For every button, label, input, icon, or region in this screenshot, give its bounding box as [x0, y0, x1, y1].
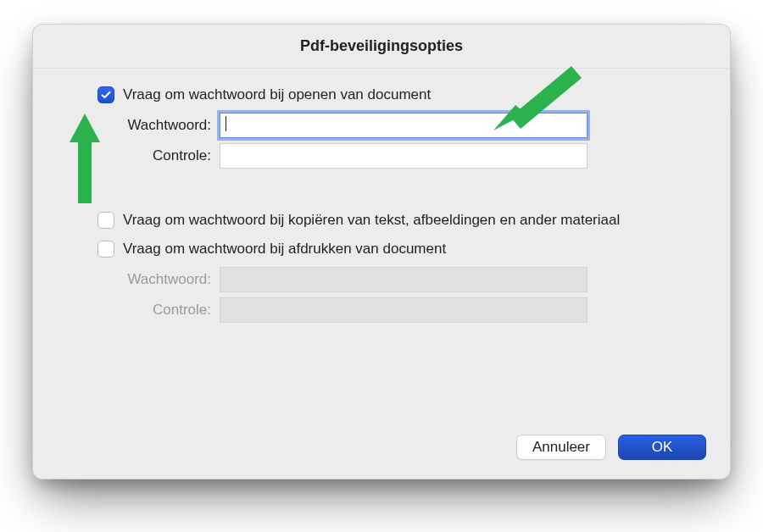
open-password-input[interactable] [220, 113, 588, 138]
perm-verify-row: Controle: [58, 297, 705, 323]
ok-button[interactable]: OK [618, 435, 706, 460]
open-password-group: Vraag om wachtwoord bij openen van docum… [58, 84, 705, 169]
require-password-copy-row: Vraag om wachtwoord bij kopiëren van tek… [58, 209, 705, 231]
dialog-content: Vraag om wachtwoord bij openen van docum… [33, 69, 730, 323]
cancel-button[interactable]: Annuleer [516, 435, 606, 460]
require-password-copy-checkbox[interactable] [97, 212, 114, 229]
pdf-security-dialog: Pdf-beveiligingsopties Vraag om wachtwoo… [32, 24, 731, 479]
text-caret-icon [226, 116, 226, 131]
dialog-button-row: Annuleer OK [516, 435, 706, 460]
open-password-row: Wachtwoord: [58, 113, 705, 138]
open-password-label: Wachtwoord: [58, 117, 220, 134]
require-password-print-row: Vraag om wachtwoord bij afdrukken van do… [58, 238, 705, 260]
require-password-open-label: Vraag om wachtwoord bij openen van docum… [123, 84, 431, 106]
require-password-print-label: Vraag om wachtwoord bij afdrukken van do… [123, 238, 446, 260]
perm-password-row: Wachtwoord: [58, 267, 705, 292]
perm-password-label: Wachtwoord: [58, 271, 220, 288]
perm-password-input [220, 267, 588, 292]
require-password-print-checkbox[interactable] [97, 241, 114, 258]
perm-verify-input [220, 297, 588, 323]
perm-verify-label: Controle: [58, 302, 220, 319]
open-verify-label: Controle: [58, 147, 220, 164]
require-password-copy-label: Vraag om wachtwoord bij kopiëren van tek… [123, 209, 620, 231]
dialog-title: Pdf-beveiligingsopties [33, 25, 730, 69]
permissions-password-group: Vraag om wachtwoord bij kopiëren van tek… [58, 209, 705, 323]
require-password-open-checkbox[interactable] [97, 86, 114, 103]
open-verify-input[interactable] [220, 143, 588, 169]
require-password-open-row: Vraag om wachtwoord bij openen van docum… [58, 84, 705, 106]
checkmark-icon [100, 89, 112, 101]
open-verify-row: Controle: [58, 143, 705, 169]
